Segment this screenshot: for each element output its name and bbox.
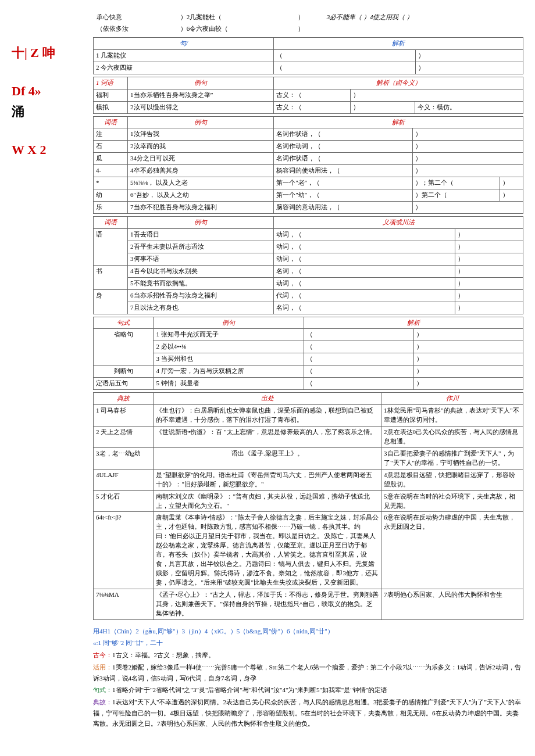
t5-r3c4: ） [413,353,523,366]
t6-r5c1: 5 才化石 [94,490,154,512]
t6-r5c3: 5意在说明在当时的社会环境下，夫生离故，相见无期。 [381,490,523,512]
table-1: 句/ 解析 1 几案能仪 （ ） 2 今六夜四簸 （ ） [93,37,523,74]
t5-r4c1: 到断句 [94,366,154,378]
t6-r7c1: 7⅛⅜MΛ [94,589,154,619]
t2-r2c2: 2汝可以慢出得之 [128,101,274,113]
t3-h1: 词语 [94,116,128,128]
t3-r5c5: ） [500,177,523,189]
top-t3: ） [294,12,323,23]
t4-r1c4: ） [455,228,523,241]
t3-r6c4: ）第二个（ [412,189,500,202]
t4-r4c2: 4吾今以此书与汝永别矣 [128,265,274,277]
t2-h3: 解析（卣今义） [274,77,523,89]
t6-r3c3: 3自己要把爱妻子的感情推广到爱"天下人"，为了"天下人"的幸福，宁可牺牲自己的一… [381,447,523,469]
t3-r1c4: ） [412,128,523,141]
ans-a5label: 句式： [93,686,112,693]
side-label-3: 涌 [12,104,81,119]
t6-r2c1: 2 天上之忌情 [94,426,154,447]
t5-r5c2: 5 钟情）我量者 [154,378,304,390]
t5-r1c1: 省略句 [94,329,154,366]
t5-r5c3: （ [304,378,413,390]
t6-r2c3: 2意在表达0己关心民众的疾苦，与人民的感情息息相通。 [381,426,523,447]
t4-r5c3: 动词，（ [274,277,455,289]
t6-r3c1: 3老，老⋯幼g幼 [94,447,154,469]
t3-h3: 解析 [274,116,523,128]
t6-r6c1: 64t<ft<β? [94,512,154,589]
t5-h2: 例句 [154,317,304,329]
table-4: 词语 例句 义项或川法 语1吾去语日动词，（） 2吾平生未妻以吾所志语汝动词，（… [93,216,523,314]
t3-r5c4: ）；第二个（ [412,177,500,189]
t3-r7c1: 乐 [94,202,128,214]
t4-r1c3: 动词，（ [274,228,455,241]
t4-r6c1: 身 [94,289,128,314]
top-t5: （依依多汝 [93,23,177,35]
t5-r3c3: （ [304,353,413,366]
table-2: 1 词语 例句 解析（卣今义） 福利 1当亦乐牺牲吾身与汝身之举” 古义：（ ）… [93,77,523,114]
t3-r1c1: 注 [94,128,128,141]
ans-a3label: 古今： [93,651,112,658]
t4-r4c1: 书 [94,265,128,289]
t4-r2c2: 2吾平生未妻以吾所志语汝 [128,241,274,253]
t2-h2: 例句 [128,77,274,89]
top-t1: 承心快意 [93,12,177,23]
t1-r2c3: ） [416,62,523,74]
t6-r4c3: 4意思是极目远望，快把眼睹目远穿了，形容盼望殷切。 [381,469,523,490]
t6-r5c2: 南朝宋刘义庆《幽明录》："普有贞妇，其夫从役，远赴国难，携幼子饯送北上，立望夫而… [154,490,381,512]
t1-h2: 解析 [274,37,523,49]
top-fill-row: 承心快意 ）2几案能杜（ ） 3必不能隼（ ）4使之用我（ ） （依依多汝 ）6… [93,12,523,35]
t5-r4c3: （ [304,366,413,378]
t6-r3c2: 语出《孟子.梁思王上》。 [154,447,381,469]
t6-r2c2: 《世说新语•伤逝》：百 "太上忘情"，意思是修养最高的人，忘了慾哀乐之情。 [154,426,381,447]
t6-r7c3: 7表明他心系国家、人民的伟大胸怀和舍生 [381,589,523,619]
sidebar: 十| Z 呻 Df 4» 涌 W X 2 [12,41,81,163]
t5-r1c3: （ [304,329,413,341]
t6-r7c2: 《孟子•尽心上》："古之人，得志，泽加于氏：不得志，修身见于世。穷则独善其身，达… [154,589,381,619]
t1-r1c1: 1 几案能仪 [94,49,274,62]
ans-a1: 用4H1（Chin）2（gǎu,同"够"）3（jin）4（xiG。）5（b&ng… [93,628,334,635]
t2-r2c4: ） [350,101,415,113]
t1-r1c2: （ [274,49,416,62]
t1-r1c3: ） [416,49,523,62]
t4-r4c3: 名词，（ [274,265,455,277]
t5-r1c4: ） [413,329,523,341]
ans-a6: 1表达对"天下人"不幸遭遇的深切同情。2表达自己关心民众的疾苦，与人民的感情息息… [93,698,521,727]
t3-r1c2: 1汝泮告我 [128,128,274,141]
t6-h1: 典故 [94,393,154,405]
t3-r3c4: ） [412,153,523,165]
t2-r2c5: 今义：模仿。 [415,101,523,113]
t3-r4c2: 4卒不必独善其身 [128,165,274,177]
t4-r1c2: 1吾去语日 [128,228,274,241]
t3-r6c3: 第一个"幼"，（ [274,189,412,202]
top-t2: ）2几案能杜（ [177,12,295,23]
t2-r1c4: ） [350,89,523,101]
t2-r1c2: 1当亦乐牺牲吾身与汝身之举” [128,89,274,101]
ans-a6label: 典故： [93,698,112,705]
t3-r4c1: 4- [94,165,128,177]
t4-r6c4: ） [455,289,523,302]
t6-r1c1: 1 司马春杉 [94,405,154,427]
top-t6: ）6令六夜由较（ [177,23,295,35]
t3-r7c2: 7当亦不犯胜吾身与汝身之福利 [128,202,274,214]
t4-r4c4: ） [455,265,523,277]
t3-r5c1: * [94,177,128,189]
t5-r1c2: 1 张知寻牛光沃而无子 [154,329,304,341]
t4-r3c3: 动词，（ [274,253,455,265]
t4-r2c4: ） [455,241,523,253]
t3-r2c4: ） [412,141,523,153]
top-t7: ） [294,23,323,35]
t4-r5c2: 5不能竟书而欲搁笔。 [128,277,274,289]
t5-r4c2: 4 厅旁一宏，为吾与沃双柄之所 [154,366,304,378]
t6-r4c2: 是"望眼欲穿"的化用。语出杜甫《寄岳州贾司马六丈，巴州产人使君两阁老五十的》："… [154,469,381,490]
t4-h3: 义项或川法 [274,217,523,229]
ans-a5: 1省略介词"于"2省略代词"之"3"灵"后省略介词"与"和代词"汝"4"为"来判… [112,686,387,693]
t3-h2: 例句 [128,116,274,128]
t1-h1: 句/ [94,37,274,49]
t5-r4c4: ） [413,366,523,378]
t3-r1c3: 名词作状语，（ [274,128,412,141]
t3-r3c1: 瓜 [94,153,128,165]
t3-r6c1: 幼 [94,189,128,202]
t2-r1c1: 福利 [94,89,128,101]
t4-r1c1: 语 [94,228,128,265]
t5-r2c3: （ [304,341,413,353]
t5-r5c4: ） [413,378,523,390]
